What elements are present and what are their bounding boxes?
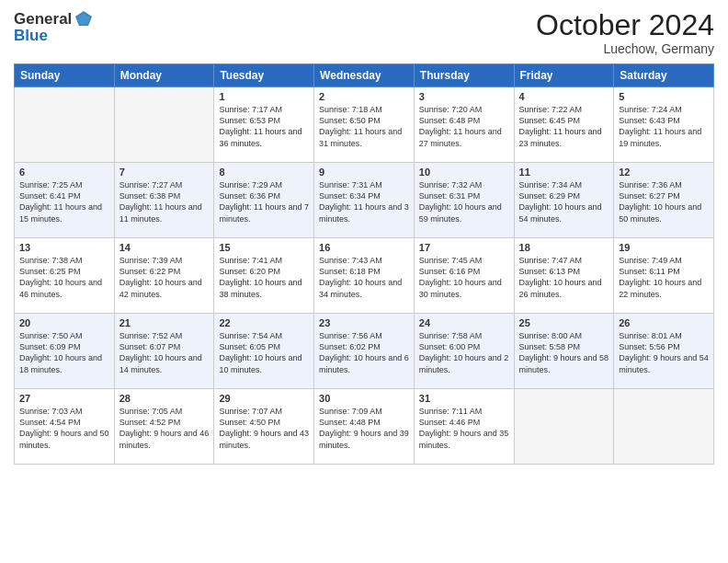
day-number: 17 (419, 242, 509, 253)
calendar-week-row: 20Sunrise: 7:50 AM Sunset: 6:09 PM Dayli… (15, 314, 714, 389)
logo-blue-text: Blue (14, 27, 94, 45)
calendar-cell: 13Sunrise: 7:38 AM Sunset: 6:25 PM Dayli… (15, 238, 115, 314)
calendar-cell: 12Sunrise: 7:36 AM Sunset: 6:27 PM Dayli… (614, 163, 714, 238)
day-number: 1 (219, 91, 309, 102)
month-title: October 2024 (536, 9, 714, 41)
calendar-cell: 8Sunrise: 7:29 AM Sunset: 6:36 PM Daylig… (214, 163, 314, 238)
day-info: Sunrise: 7:34 AM Sunset: 6:29 PM Dayligh… (519, 179, 609, 224)
calendar-cell: 1Sunrise: 7:17 AM Sunset: 6:53 PM Daylig… (214, 87, 314, 163)
day-number: 13 (19, 242, 109, 253)
day-number: 9 (319, 167, 409, 178)
logo-general-text: General (14, 10, 72, 29)
calendar-cell (614, 389, 714, 465)
day-info: Sunrise: 7:29 AM Sunset: 6:36 PM Dayligh… (219, 179, 309, 224)
calendar-cell: 5Sunrise: 7:24 AM Sunset: 6:43 PM Daylig… (614, 87, 714, 163)
day-number: 22 (219, 317, 309, 328)
calendar-cell (114, 87, 214, 163)
calendar-week-row: 1Sunrise: 7:17 AM Sunset: 6:53 PM Daylig… (15, 87, 714, 163)
calendar-header-row: SundayMondayTuesdayWednesdayThursdayFrid… (15, 64, 714, 87)
day-number: 8 (219, 167, 309, 178)
day-info: Sunrise: 7:27 AM Sunset: 6:38 PM Dayligh… (119, 179, 210, 224)
day-number: 29 (219, 393, 309, 404)
day-number: 11 (519, 167, 609, 178)
day-number: 31 (419, 393, 509, 404)
logo-flag-icon (74, 9, 94, 29)
day-info: Sunrise: 7:36 AM Sunset: 6:27 PM Dayligh… (619, 179, 709, 224)
day-info: Sunrise: 7:41 AM Sunset: 6:20 PM Dayligh… (219, 255, 309, 300)
calendar-cell: 10Sunrise: 7:32 AM Sunset: 6:31 PM Dayli… (414, 163, 514, 238)
calendar-week-row: 6Sunrise: 7:25 AM Sunset: 6:41 PM Daylig… (15, 163, 714, 238)
calendar-cell: 15Sunrise: 7:41 AM Sunset: 6:20 PM Dayli… (214, 238, 314, 314)
day-info: Sunrise: 7:09 AM Sunset: 4:48 PM Dayligh… (319, 406, 409, 451)
day-number: 19 (619, 242, 709, 253)
day-info: Sunrise: 7:38 AM Sunset: 6:25 PM Dayligh… (19, 255, 109, 300)
day-number: 5 (619, 91, 709, 102)
day-number: 28 (119, 393, 210, 404)
calendar-cell: 18Sunrise: 7:47 AM Sunset: 6:13 PM Dayli… (514, 238, 614, 314)
day-info: Sunrise: 7:17 AM Sunset: 6:53 PM Dayligh… (219, 104, 309, 149)
calendar-cell: 7Sunrise: 7:27 AM Sunset: 6:38 PM Daylig… (114, 163, 214, 238)
day-number: 25 (519, 317, 609, 328)
day-info: Sunrise: 7:07 AM Sunset: 4:50 PM Dayligh… (219, 406, 309, 451)
col-header-friday: Friday (514, 64, 614, 87)
calendar-cell: 22Sunrise: 7:54 AM Sunset: 6:05 PM Dayli… (214, 314, 314, 389)
day-number: 27 (19, 393, 109, 404)
calendar-cell: 30Sunrise: 7:09 AM Sunset: 4:48 PM Dayli… (314, 389, 415, 465)
day-number: 15 (219, 242, 309, 253)
day-number: 16 (319, 242, 409, 253)
day-number: 14 (119, 242, 210, 253)
calendar-cell: 9Sunrise: 7:31 AM Sunset: 6:34 PM Daylig… (314, 163, 415, 238)
day-number: 20 (19, 317, 109, 328)
page: General Blue October 2024 Luechow, Germa… (0, 0, 728, 563)
calendar-week-row: 27Sunrise: 7:03 AM Sunset: 4:54 PM Dayli… (15, 389, 714, 465)
calendar-cell: 6Sunrise: 7:25 AM Sunset: 6:41 PM Daylig… (15, 163, 115, 238)
col-header-thursday: Thursday (414, 64, 514, 87)
day-info: Sunrise: 7:49 AM Sunset: 6:11 PM Dayligh… (619, 255, 709, 300)
day-info: Sunrise: 7:56 AM Sunset: 6:02 PM Dayligh… (319, 330, 409, 375)
calendar-cell: 31Sunrise: 7:11 AM Sunset: 4:46 PM Dayli… (414, 389, 514, 465)
col-header-saturday: Saturday (614, 64, 714, 87)
calendar-cell: 27Sunrise: 7:03 AM Sunset: 4:54 PM Dayli… (15, 389, 115, 465)
calendar-cell: 23Sunrise: 7:56 AM Sunset: 6:02 PM Dayli… (314, 314, 415, 389)
day-info: Sunrise: 7:58 AM Sunset: 6:00 PM Dayligh… (419, 330, 509, 375)
calendar-week-row: 13Sunrise: 7:38 AM Sunset: 6:25 PM Dayli… (15, 238, 714, 314)
day-info: Sunrise: 8:00 AM Sunset: 5:58 PM Dayligh… (519, 330, 609, 375)
calendar-cell (15, 87, 115, 163)
day-info: Sunrise: 7:05 AM Sunset: 4:52 PM Dayligh… (119, 406, 210, 451)
day-info: Sunrise: 7:32 AM Sunset: 6:31 PM Dayligh… (419, 179, 509, 224)
day-info: Sunrise: 7:31 AM Sunset: 6:34 PM Dayligh… (319, 179, 409, 224)
day-number: 2 (319, 91, 409, 102)
day-info: Sunrise: 7:20 AM Sunset: 6:48 PM Dayligh… (419, 104, 509, 149)
title-block: October 2024 Luechow, Germany (536, 9, 714, 56)
calendar-cell: 26Sunrise: 8:01 AM Sunset: 5:56 PM Dayli… (614, 314, 714, 389)
logo: General Blue (14, 9, 94, 45)
day-number: 4 (519, 91, 609, 102)
calendar-cell: 2Sunrise: 7:18 AM Sunset: 6:50 PM Daylig… (314, 87, 415, 163)
calendar-cell: 25Sunrise: 8:00 AM Sunset: 5:58 PM Dayli… (514, 314, 614, 389)
calendar-cell: 16Sunrise: 7:43 AM Sunset: 6:18 PM Dayli… (314, 238, 415, 314)
day-number: 24 (419, 317, 509, 328)
day-number: 30 (319, 393, 409, 404)
calendar-cell (514, 389, 614, 465)
day-info: Sunrise: 7:50 AM Sunset: 6:09 PM Dayligh… (19, 330, 109, 375)
day-number: 6 (19, 167, 109, 178)
day-info: Sunrise: 7:25 AM Sunset: 6:41 PM Dayligh… (19, 179, 109, 224)
day-info: Sunrise: 7:03 AM Sunset: 4:54 PM Dayligh… (19, 406, 109, 451)
calendar-cell: 14Sunrise: 7:39 AM Sunset: 6:22 PM Dayli… (114, 238, 214, 314)
calendar-table: SundayMondayTuesdayWednesdayThursdayFrid… (14, 63, 714, 465)
day-info: Sunrise: 7:24 AM Sunset: 6:43 PM Dayligh… (619, 104, 709, 149)
header: General Blue October 2024 Luechow, Germa… (14, 9, 714, 56)
day-number: 7 (119, 167, 210, 178)
day-number: 12 (619, 167, 709, 178)
calendar-cell: 3Sunrise: 7:20 AM Sunset: 6:48 PM Daylig… (414, 87, 514, 163)
calendar-cell: 24Sunrise: 7:58 AM Sunset: 6:00 PM Dayli… (414, 314, 514, 389)
location: Luechow, Germany (536, 41, 714, 56)
day-info: Sunrise: 7:22 AM Sunset: 6:45 PM Dayligh… (519, 104, 609, 149)
day-number: 18 (519, 242, 609, 253)
day-number: 3 (419, 91, 509, 102)
day-number: 26 (619, 317, 709, 328)
calendar-cell: 28Sunrise: 7:05 AM Sunset: 4:52 PM Dayli… (114, 389, 214, 465)
col-header-monday: Monday (114, 64, 214, 87)
col-header-sunday: Sunday (15, 64, 115, 87)
day-info: Sunrise: 7:39 AM Sunset: 6:22 PM Dayligh… (119, 255, 210, 300)
